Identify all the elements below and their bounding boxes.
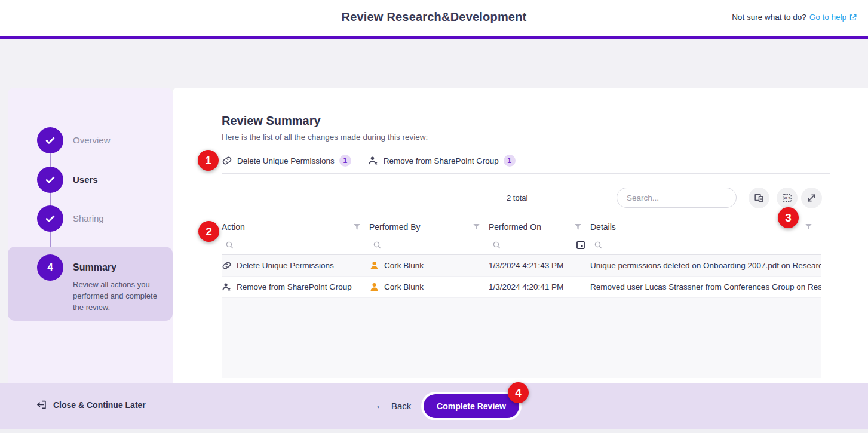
complete-review-button[interactable]: Complete Review — [424, 394, 519, 418]
step-summary-description: Review all actions you performed and com… — [73, 280, 167, 314]
close-continue-later-label: Close & Continue Later — [53, 400, 146, 410]
go-to-help-label: Go to help — [809, 13, 846, 22]
cell-details: Unique permissions deleted on Onboarding… — [590, 261, 821, 270]
table-row[interactable]: Remove from SharePoint Group Cork Blunk … — [222, 277, 821, 298]
expand-icon — [806, 192, 817, 204]
annotation-badge-2: 2 — [198, 221, 219, 242]
step-summary-circle[interactable]: 4 — [37, 254, 63, 281]
cell-performed-by: Cork Blunk — [384, 261, 424, 270]
filter-icon[interactable] — [353, 223, 361, 231]
export-xls-icon: XLS — [781, 192, 793, 204]
step-sharing-circle[interactable] — [37, 205, 63, 232]
summary-data-grid: Action Performed By Performed On Details — [222, 219, 821, 298]
filter-cell-action[interactable] — [222, 241, 369, 250]
filter-cell-performed-by[interactable] — [369, 241, 489, 250]
header-accent-line — [0, 36, 868, 39]
grid-filter-row — [222, 235, 821, 255]
grid-empty-area — [222, 298, 821, 378]
check-icon — [44, 134, 56, 146]
review-summary-title: Review Summary — [222, 114, 321, 128]
user-remove-icon — [222, 282, 232, 292]
sidebar-item-users[interactable]: Users — [73, 174, 98, 185]
back-label: Back — [391, 401, 411, 411]
sidebar-item-summary[interactable]: Summary — [73, 262, 116, 273]
chip-remove-from-sharepoint-group: Remove from SharePoint Group 1 — [368, 155, 516, 167]
chip-label: Remove from SharePoint Group — [384, 156, 499, 165]
export-xls-button[interactable]: XLS — [777, 188, 798, 208]
step-overview-circle[interactable] — [37, 127, 63, 153]
go-to-help-link[interactable]: Go to help — [809, 13, 857, 22]
column-chooser-icon — [753, 192, 765, 204]
column-header-action[interactable]: Action — [222, 222, 369, 232]
filter-cell-details[interactable] — [590, 241, 821, 250]
table-row[interactable]: Delete Unique Permissions Cork Blunk 1/3… — [222, 255, 821, 277]
annotation-badge-4: 4 — [508, 382, 529, 403]
external-link-icon — [849, 13, 857, 22]
search-icon — [492, 241, 501, 250]
close-continue-later-button[interactable]: Close & Continue Later — [36, 399, 146, 410]
user-remove-icon — [368, 155, 379, 166]
help-prompt: Not sure what to do? — [732, 13, 806, 22]
grid-search-box[interactable] — [617, 188, 737, 208]
search-icon — [594, 241, 603, 250]
help-area: Not sure what to do? Go to help — [732, 13, 857, 22]
filter-icon[interactable] — [473, 223, 480, 231]
cell-action: Delete Unique Permissions — [237, 261, 334, 270]
chip-label: Delete Unique Permissions — [237, 156, 335, 165]
column-header-performed-by[interactable]: Performed By — [369, 222, 489, 232]
person-icon — [369, 260, 379, 271]
annotation-badge-1: 1 — [198, 150, 219, 171]
stepper-sidebar — [8, 88, 173, 383]
cell-performed-on: 1/3/2024 4:20:41 PM — [489, 282, 590, 291]
annotation-badge-3: 3 — [778, 207, 799, 228]
check-icon — [44, 213, 56, 225]
review-summary-subtitle: Here is the list of all the changes made… — [222, 133, 428, 142]
cell-details: Removed user Lucas Strassner from Confer… — [590, 282, 821, 291]
back-button[interactable]: ← Back — [375, 399, 411, 412]
exit-icon — [36, 399, 47, 410]
sidebar-item-overview[interactable]: Overview — [73, 135, 111, 145]
search-icon — [373, 241, 382, 250]
calendar-icon[interactable] — [576, 240, 585, 250]
section-divider — [222, 173, 830, 174]
search-icon — [225, 241, 234, 250]
column-header-performed-on[interactable]: Performed On — [489, 222, 590, 232]
chip-delete-unique-permissions: Delete Unique Permissions 1 — [222, 155, 351, 167]
person-icon — [369, 282, 379, 292]
back-arrow-icon: ← — [375, 399, 385, 412]
sidebar-item-sharing[interactable]: Sharing — [73, 213, 104, 223]
step-users-circle[interactable] — [37, 167, 63, 193]
check-icon — [44, 174, 56, 186]
filter-cell-performed-on[interactable] — [489, 240, 590, 250]
link-icon — [222, 155, 232, 166]
grid-header-row: Action Performed By Performed On Details — [222, 219, 821, 235]
filter-icon[interactable] — [805, 223, 812, 231]
bottom-strip — [0, 429, 868, 433]
step-number: 4 — [47, 262, 53, 274]
chip-count-badge: 1 — [504, 155, 516, 167]
filter-icon[interactable] — [574, 223, 582, 231]
grid-total-count: 2 total — [507, 194, 527, 202]
chip-count-badge: 1 — [339, 155, 351, 167]
column-chooser-button[interactable] — [749, 188, 769, 208]
svg-text:XLS: XLS — [784, 196, 791, 200]
expand-fullscreen-button[interactable] — [801, 188, 822, 208]
cell-performed-by: Cork Blunk — [384, 282, 424, 291]
link-icon — [222, 260, 232, 271]
search-input[interactable] — [627, 194, 732, 202]
cell-action: Remove from SharePoint Group — [237, 282, 352, 291]
cell-performed-on: 1/3/2024 4:21:43 PM — [489, 261, 590, 270]
action-chips-row: Delete Unique Permissions 1 Remove from … — [222, 155, 516, 167]
